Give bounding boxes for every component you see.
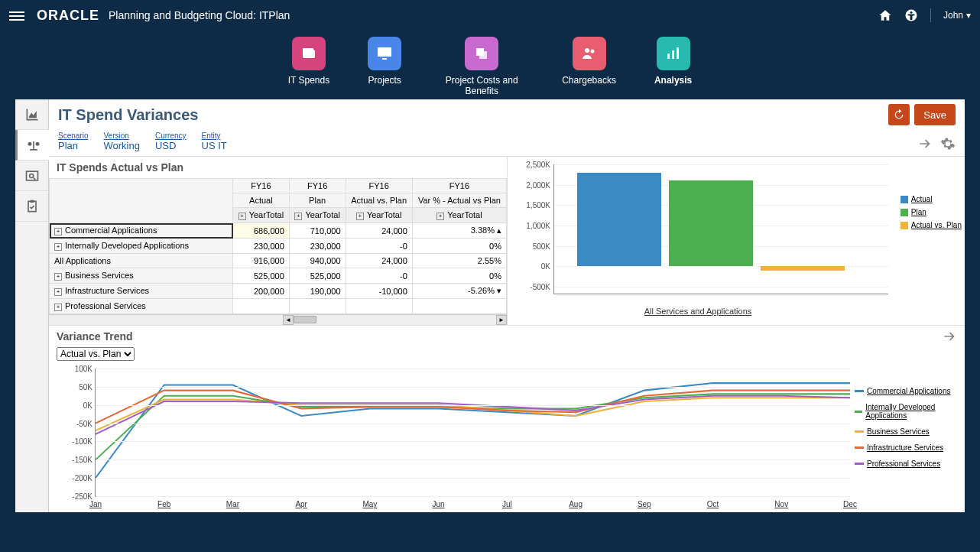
- legend-item[interactable]: Professional Services: [855, 459, 962, 468]
- app-title: Planning and Budgeting Cloud: ITPlan: [109, 9, 290, 21]
- nav-tile-label: Chargebacks: [562, 75, 616, 86]
- nav-tile-0[interactable]: IT Spends: [288, 37, 329, 99]
- line-series[interactable]: [96, 396, 850, 434]
- dim-value: Plan: [58, 140, 88, 151]
- svg-rect-4: [378, 47, 391, 57]
- table-row[interactable]: +Internally Developed Applications 230,0…: [50, 239, 507, 254]
- trend-title: Variance Trend: [57, 330, 133, 343]
- legend-item[interactable]: Plan: [900, 208, 962, 216]
- legend-item[interactable]: Actual vs. Plan: [900, 221, 962, 229]
- main-area: IT Spend Variances Save Scenario Plan Ve…: [49, 99, 965, 512]
- nav-tile-label: Project Costs and Benefits: [440, 75, 524, 97]
- sidebar-chart-btn[interactable]: [15, 99, 49, 130]
- svg-point-18: [30, 174, 34, 177]
- legend-item[interactable]: Commercial Applications: [855, 387, 962, 395]
- bar-legend: ActualPlanActual vs. Plan: [900, 195, 962, 234]
- title-bar: IT Spend Variances Save: [49, 99, 965, 130]
- svg-point-1: [910, 11, 912, 14]
- wallet-icon: [292, 37, 326, 70]
- bar[interactable]: [577, 173, 661, 267]
- home-icon[interactable]: [878, 8, 892, 22]
- legend-item[interactable]: Actual: [900, 195, 962, 203]
- chevron-down-icon: ▾: [966, 10, 971, 21]
- svg-rect-10: [667, 54, 670, 59]
- nav-tile-2[interactable]: Project Costs and Benefits: [440, 37, 524, 99]
- table-row[interactable]: +Infrastructure Services 200,000 190,000…: [50, 284, 507, 299]
- dim-label: Entity: [202, 132, 227, 140]
- nav-tile-label: Analysis: [654, 75, 692, 86]
- nav-tile-3[interactable]: Chargebacks: [562, 37, 616, 99]
- line-series[interactable]: [96, 398, 850, 430]
- menu-icon[interactable]: [9, 9, 24, 21]
- logo: ORACLE: [37, 8, 99, 24]
- accessibility-icon[interactable]: [904, 8, 918, 22]
- header: ORACLE Planning and Budgeting Cloud: ITP…: [0, 0, 980, 31]
- user-name: John: [943, 10, 963, 21]
- scroll-left-icon[interactable]: ◄: [283, 315, 294, 325]
- horizontal-scrollbar[interactable]: ◄ ►: [49, 314, 507, 325]
- scroll-right-icon[interactable]: ►: [496, 315, 507, 325]
- table-row[interactable]: All Applications 916,000 940,000 24,000 …: [50, 254, 507, 268]
- people-icon: [573, 37, 606, 70]
- svg-rect-12: [677, 47, 679, 59]
- svg-rect-15: [33, 141, 34, 149]
- dim-value: USD: [155, 140, 187, 151]
- scroll-thumb[interactable]: [294, 316, 316, 323]
- svg-rect-7: [479, 51, 487, 59]
- svg-rect-17: [27, 171, 38, 180]
- sidebar-clipboard-btn[interactable]: [15, 191, 49, 222]
- trend-panel: Variance Trend Actual vs. Plan -250K-200…: [49, 325, 965, 512]
- svg-rect-20: [31, 200, 34, 202]
- chart-icon: [657, 37, 690, 70]
- divider: [930, 8, 931, 22]
- monitor-icon: [368, 37, 401, 70]
- arrow-right-icon[interactable]: [917, 136, 933, 151]
- svg-rect-19: [28, 201, 36, 211]
- svg-rect-11: [672, 50, 674, 59]
- line-legend: Commercial ApplicationsInternally Develo…: [855, 387, 962, 476]
- bar[interactable]: [669, 180, 753, 266]
- user-menu[interactable]: John ▾: [943, 10, 971, 21]
- dim-version[interactable]: Version Working: [103, 132, 139, 151]
- svg-point-8: [585, 48, 589, 53]
- panels-row: IT Spends Actual vs Plan FY16FY16FY16FY1…: [49, 157, 965, 325]
- dim-value: US IT: [202, 140, 227, 151]
- svg-rect-3: [303, 48, 313, 51]
- dim-entity[interactable]: Entity US IT: [202, 132, 227, 151]
- arrow-right-icon[interactable]: [942, 329, 957, 344]
- dim-scenario[interactable]: Scenario Plan: [58, 132, 88, 151]
- gear-icon[interactable]: [940, 136, 956, 151]
- nav-tile-4[interactable]: Analysis: [654, 37, 692, 99]
- save-button[interactable]: Save: [914, 104, 956, 125]
- dim-label: Version: [103, 132, 139, 140]
- line-series[interactable]: [96, 394, 850, 459]
- legend-item[interactable]: Business Services: [855, 427, 962, 436]
- table-row[interactable]: +Commercial Applications 686,000 710,000…: [50, 223, 507, 239]
- svg-point-9: [590, 50, 594, 54]
- bar-x-label[interactable]: All Services and Applications: [508, 307, 888, 316]
- bar-chart: -500K0K500K1,000K1,500K2,000K2,500K Actu…: [508, 157, 965, 325]
- svg-point-13: [28, 141, 31, 145]
- table-row[interactable]: +Professional Services: [50, 299, 507, 314]
- refresh-button[interactable]: [888, 104, 910, 125]
- nav-tile-label: Projects: [368, 75, 401, 86]
- dim-currency[interactable]: Currency USD: [155, 132, 187, 151]
- svg-rect-5: [382, 58, 387, 60]
- table-panel: IT Spends Actual vs Plan FY16FY16FY16FY1…: [49, 157, 508, 325]
- nav-tiles: IT Spends Projects Project Costs and Ben…: [0, 31, 980, 99]
- dim-label: Currency: [155, 132, 187, 140]
- stack-icon: [465, 37, 498, 70]
- sidebar-balance-btn[interactable]: [15, 130, 49, 161]
- page-title: IT Spend Variances: [58, 106, 198, 124]
- nav-tile-1[interactable]: Projects: [368, 37, 401, 99]
- trend-selector[interactable]: Actual vs. Plan: [57, 347, 135, 361]
- legend-item[interactable]: Internally Developed Applications: [855, 403, 962, 420]
- bar-chart-panel: -500K0K500K1,000K1,500K2,000K2,500K Actu…: [508, 157, 965, 325]
- legend-item[interactable]: Infrastructure Services: [855, 443, 962, 452]
- bar[interactable]: [761, 266, 845, 270]
- line-chart: -250K-200K-150K-100K-50K0K50K100KJanFebM…: [49, 364, 965, 512]
- sidebar-search-btn[interactable]: [15, 161, 49, 191]
- data-grid[interactable]: FY16FY16FY16FY16ActualPlanActual vs. Pla…: [49, 178, 507, 314]
- table-row[interactable]: +Business Services 525,000 525,000 -0 0%: [50, 268, 507, 284]
- svg-point-14: [35, 141, 39, 145]
